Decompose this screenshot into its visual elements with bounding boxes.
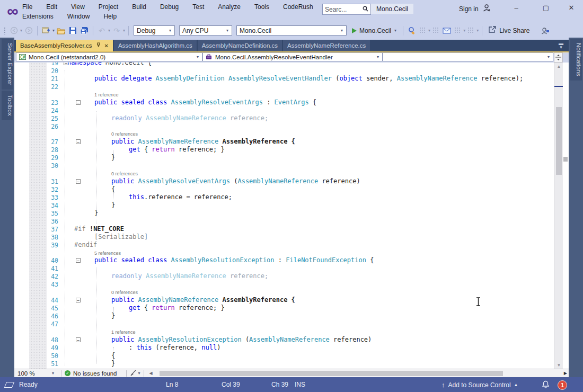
member-dropdown[interactable]: Mono.Cecil.AssemblyResolveEventHandler▾ bbox=[202, 52, 383, 61]
editor-splitter-handle[interactable] bbox=[554, 52, 563, 63]
codelens-references[interactable]: 0 references bbox=[111, 171, 138, 176]
scroll-up-icon[interactable]: ▲ bbox=[554, 63, 563, 70]
codelens-references[interactable]: 5 references bbox=[94, 251, 121, 256]
codelens-references[interactable]: 1 reference bbox=[94, 92, 119, 97]
horizontal-scroll-thumb[interactable] bbox=[160, 371, 503, 376]
codelens-references[interactable]: 1 reference bbox=[111, 329, 136, 335]
redo-dropdown[interactable]: ▾ bbox=[123, 28, 125, 33]
vertical-scroll-thumb[interactable] bbox=[556, 107, 562, 175]
new-project-icon[interactable] bbox=[41, 26, 51, 35]
menu-debug[interactable]: Debug bbox=[159, 3, 180, 11]
redo-icon[interactable]: ↷ bbox=[112, 26, 121, 35]
toolbox-tab[interactable]: Toolbox bbox=[2, 91, 13, 120]
open-file-icon[interactable] bbox=[56, 26, 66, 35]
horizontal-scrollbar[interactable] bbox=[155, 370, 561, 377]
navigate-back-dropdown[interactable]: ▾ bbox=[20, 28, 22, 33]
zoom-level-combo[interactable]: 100 %▾ bbox=[14, 370, 58, 377]
status-line: Ln 8 bbox=[166, 381, 178, 388]
navigate-back-icon[interactable] bbox=[9, 26, 19, 35]
tab-list-dropdown-icon[interactable]: ▬▾ bbox=[559, 42, 563, 49]
menu-edit[interactable]: Edit bbox=[45, 3, 58, 11]
menu-view[interactable]: View bbox=[70, 3, 86, 11]
minimize-button[interactable]: – bbox=[505, 0, 528, 15]
collapse-icon[interactable] bbox=[76, 337, 81, 342]
code-line-36: 36 bbox=[14, 217, 554, 225]
server-explorer-tab[interactable]: Server Explorer bbox=[2, 39, 13, 90]
collapse-icon[interactable] bbox=[76, 139, 81, 144]
member-list-dropdown[interactable]: ▾ bbox=[383, 52, 553, 61]
code-line-48: 48public AssemblyResolutionException (As… bbox=[14, 336, 554, 344]
start-debugging-button[interactable]: Mono.Cecil ▾ bbox=[352, 27, 397, 34]
search-input[interactable]: Searc... bbox=[322, 4, 371, 15]
line-number: 31 bbox=[30, 178, 58, 185]
codelens-references[interactable]: 0 references bbox=[111, 290, 138, 295]
code-line-42: 42readonly AssemblyNameReference referen… bbox=[14, 272, 554, 280]
new-project-dropdown[interactable]: ▾ bbox=[52, 28, 55, 33]
code-line-23: 23public sealed class AssemblyResolveEve… bbox=[14, 99, 554, 106]
menu-window[interactable]: Window bbox=[66, 12, 91, 21]
notification-count-badge[interactable]: 1 bbox=[558, 380, 567, 390]
line-number: 22 bbox=[30, 83, 58, 91]
codelens-references[interactable]: 0 references bbox=[111, 131, 138, 137]
startup-project-combo[interactable]: Mono.Cecil▾ bbox=[236, 25, 347, 35]
document-tab-BaseAssemblyResolver.cs[interactable]: BaseAssemblyResolver.cs✕ bbox=[16, 40, 113, 51]
run-target-dropdown[interactable]: ▾ bbox=[394, 28, 396, 33]
line-number: 44 bbox=[30, 297, 58, 304]
undo-dropdown[interactable]: ▾ bbox=[108, 28, 110, 33]
solution-configuration-combo[interactable]: Debug▾ bbox=[134, 25, 175, 35]
menu-file[interactable]: File bbox=[21, 3, 33, 11]
solution-platform-combo[interactable]: Any CPU▾ bbox=[179, 25, 232, 35]
add-to-source-control-button[interactable]: ↑ Add to Source Control ▲ bbox=[441, 381, 518, 389]
project-dropdown[interactable]: C# Mono.Cecil (netstandard2.0)▾ bbox=[16, 52, 202, 61]
close-button[interactable]: ✕ bbox=[560, 0, 583, 15]
document-tab-AssemblyNameDefinition.cs[interactable]: AssemblyNameDefinition.cs bbox=[198, 40, 282, 51]
collapse-icon[interactable] bbox=[76, 100, 81, 105]
undo-icon[interactable]: ↶ bbox=[97, 26, 107, 35]
menu-extensions[interactable]: Extensions bbox=[21, 12, 55, 21]
code-cleanup-icon[interactable] bbox=[130, 370, 137, 377]
save-all-icon[interactable] bbox=[80, 26, 89, 35]
menu-tools[interactable]: Tools bbox=[253, 3, 270, 11]
menu-project[interactable]: Project bbox=[98, 3, 119, 11]
pin-icon[interactable] bbox=[96, 42, 101, 49]
collapse-icon[interactable] bbox=[76, 298, 81, 302]
live-share-button[interactable]: Live Share bbox=[488, 26, 529, 35]
code-editor[interactable]: 19namespace Mono.Cecil {2021public deleg… bbox=[14, 63, 554, 369]
scroll-down-icon[interactable]: ▼ bbox=[554, 361, 563, 369]
status-bar: Ready Ln 8 Col 39 Ch 39 INS ↑ Add to Sou… bbox=[0, 377, 583, 392]
menu-test[interactable]: Test bbox=[191, 3, 205, 11]
save-icon[interactable] bbox=[68, 26, 77, 35]
close-tab-icon[interactable]: ✕ bbox=[104, 43, 109, 49]
menu-help[interactable]: Help bbox=[102, 12, 118, 21]
send-feedback-icon[interactable] bbox=[541, 26, 550, 35]
toolbar-grip[interactable] bbox=[4, 27, 6, 34]
menu-build[interactable]: Build bbox=[131, 3, 147, 11]
collapse-icon[interactable] bbox=[76, 258, 81, 263]
scroll-left-icon[interactable]: ◀ bbox=[147, 371, 154, 376]
maximize-button[interactable]: ▢ bbox=[534, 0, 558, 15]
line-number: 23 bbox=[30, 99, 58, 106]
vertical-scrollbar[interactable]: ▲ ▼ bbox=[554, 63, 563, 369]
code-cleanup-dropdown[interactable]: ▾ bbox=[138, 371, 140, 376]
navigate-forward-icon[interactable] bbox=[24, 26, 33, 35]
live-share-icon bbox=[488, 26, 497, 35]
document-health-indicator[interactable]: ✓ No issues found bbox=[65, 370, 117, 377]
scroll-right-icon[interactable]: ▶ bbox=[562, 371, 569, 376]
disabled-toolbar-button bbox=[467, 27, 474, 34]
code-text: this.reference = reference; bbox=[129, 193, 232, 201]
menu-analyze[interactable]: Analyze bbox=[217, 3, 242, 11]
document-tab-AssemblyNameReference.cs[interactable]: AssemblyNameReference.cs bbox=[283, 40, 370, 51]
code-line-47: 47 bbox=[14, 320, 554, 328]
codelens-row: 0 references bbox=[14, 288, 554, 296]
find-in-files-icon[interactable] bbox=[407, 26, 417, 35]
disabled-toolbar-button bbox=[419, 27, 426, 34]
collapse-icon[interactable] bbox=[76, 179, 81, 184]
feedback-mail-icon[interactable] bbox=[442, 26, 452, 35]
sign-in-button[interactable]: Sign in bbox=[459, 4, 491, 13]
notifications-bell-icon[interactable] bbox=[542, 380, 550, 390]
document-tab-AssemblyHashAlgorithm.cs[interactable]: AssemblyHashAlgorithm.cs bbox=[114, 40, 197, 51]
code-text: } bbox=[111, 201, 115, 209]
menu-coderush[interactable]: CodeRush bbox=[282, 3, 314, 11]
code-text: #if !NET_CORE bbox=[74, 225, 124, 233]
notifications-tab[interactable]: Notifications bbox=[570, 39, 582, 81]
